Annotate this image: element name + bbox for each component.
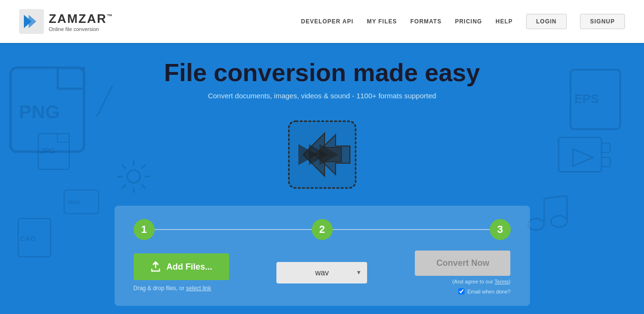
hero-content: File conversion made easy Convert docume… (0, 43, 644, 306)
steps-bar: 1 2 3 (134, 219, 511, 240)
hero-center-animation (277, 109, 368, 200)
step2-area: wav mp3 mp4 avi mov pdf doc jpg png (259, 262, 385, 283)
logo-text-area: ZAMZAR™ Online file conversion (49, 11, 114, 32)
step-3-circle: 3 (490, 219, 511, 240)
nav-pricing[interactable]: PRICING (455, 18, 482, 25)
hero-title-after: made (346, 59, 425, 86)
nav-developer-api[interactable]: DEVELOPER API (301, 18, 353, 25)
add-files-label: Add Files... (166, 262, 212, 272)
conversion-controls: Add Files... Drag & drop files, or selec… (134, 251, 511, 294)
agree-text: (And agree to our Terms) (452, 279, 510, 284)
hero-subtitle: Convert documents, images, videos & soun… (0, 92, 644, 100)
select-link[interactable]: select link (186, 285, 211, 292)
format-select[interactable]: wav mp3 mp4 avi mov pdf doc jpg png (276, 262, 367, 283)
hero-title-plain: File (164, 59, 214, 86)
zamzar-logo-icon (19, 9, 44, 34)
nav-links: DEVELOPER API MY FILES FORMATS PRICING H… (301, 14, 625, 29)
email-checkbox-area: Email when done? (458, 288, 511, 294)
step-2-circle: 2 (312, 219, 333, 240)
signup-button[interactable]: SIGNUP (580, 14, 625, 29)
step-1-circle: 1 (134, 219, 155, 240)
hero-title: File conversion made easy (0, 58, 644, 87)
zamzar-center-icon (279, 112, 365, 198)
format-select-wrapper: wav mp3 mp4 avi mov pdf doc jpg png (276, 262, 367, 283)
nav-formats[interactable]: FORMATS (411, 18, 442, 25)
email-label: Email when done? (467, 289, 511, 294)
conversion-box: 1 2 3 Add Files... (115, 206, 530, 306)
convert-now-button[interactable]: Convert Now (415, 251, 510, 276)
navbar: ZAMZAR™ Online file conversion DEVELOPER… (0, 0, 644, 43)
logo-tm: ™ (107, 13, 114, 20)
step1-area: Add Files... Drag & drop files, or selec… (134, 253, 259, 292)
logo-area[interactable]: ZAMZAR™ Online file conversion (19, 9, 114, 34)
upload-icon (150, 261, 161, 272)
hero-title-bold: easy (425, 59, 480, 86)
logo-tagline: Online file conversion (49, 26, 114, 32)
step3-area: Convert Now (And agree to our Terms) Ema… (385, 251, 510, 294)
hero-title-highlight: conversion (214, 59, 346, 86)
nav-my-files[interactable]: MY FILES (367, 18, 397, 25)
hero-section: PNG JPG CAD MOV EPS (0, 43, 644, 314)
login-button[interactable]: LOGIN (526, 14, 567, 29)
add-files-button[interactable]: Add Files... (134, 253, 229, 280)
email-checkbox[interactable] (458, 288, 465, 294)
drag-drop-text: Drag & drop files, or select link (134, 285, 211, 292)
nav-help[interactable]: HELP (496, 18, 513, 25)
terms-link[interactable]: Terms (495, 279, 509, 284)
logo-name: ZAMZAR™ (49, 11, 114, 26)
